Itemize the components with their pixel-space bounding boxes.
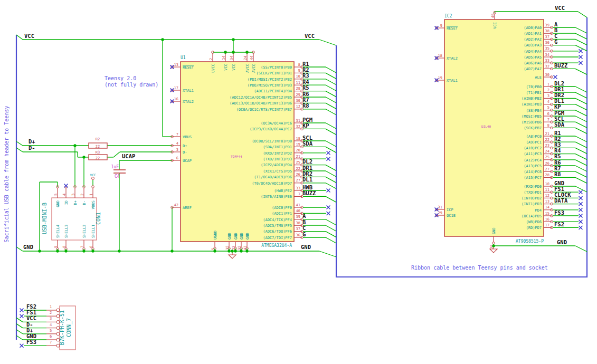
pin-name: (TXD)PD1: [524, 190, 542, 195]
pin-number: 28: [296, 87, 300, 91]
net-label: R8: [554, 171, 561, 177]
pin-name: (XCK1/CTS)PD5: [263, 169, 292, 174]
net-label: FS2: [26, 303, 36, 310]
pin-pad: [56, 344, 60, 347]
pin-number: 14: [222, 56, 226, 60]
net-label: HWB: [302, 184, 312, 190]
net-label-ucap[interactable]: UCAP: [122, 153, 135, 159]
junction-dot: [234, 250, 236, 252]
net-label-gnd-mid[interactable]: GND: [301, 244, 311, 250]
pin-number: 24: [545, 149, 549, 154]
r3-value[interactable]: 22: [96, 156, 100, 160]
schematic-canvas: VCC VCC VCC D+ D- UCAP GND GND VCC GND T…: [0, 0, 597, 364]
no-connect-icon: [579, 214, 583, 218]
pin-number: 22: [296, 167, 300, 171]
junction-dot: [492, 244, 495, 247]
pin-name: (AD1)PA1: [524, 32, 542, 36]
bus-entry: [575, 39, 587, 45]
junction-dot: [231, 250, 233, 252]
pin-number: 8: [547, 123, 549, 128]
pin-name: (A13)PC5: [524, 164, 542, 168]
ucap-net-wires[interactable]: [119, 160, 172, 251]
con1-value[interactable]: USB-MINI-B: [42, 203, 48, 234]
pin-number: 4: [62, 194, 67, 196]
net-label-vcc-mid[interactable]: VCC: [305, 33, 315, 39]
bus-entry: [575, 136, 587, 142]
no-connect-icon: [327, 206, 330, 209]
net-label-vcc-left[interactable]: VCC: [24, 33, 34, 39]
pin-name: (AD3)PA3: [524, 43, 542, 47]
net-label: FS1: [26, 309, 36, 315]
pin-number: 2: [50, 311, 52, 315]
pin-name: D-: [183, 150, 187, 155]
con1-reference[interactable]: CON1: [96, 212, 101, 225]
pin-name: (ICP3/CLKO/OC4A)PC7: [250, 127, 292, 131]
pin-name: D+: [183, 144, 187, 148]
dminus-net-wires[interactable]: [16, 148, 172, 187]
net-label: R5: [302, 84, 309, 91]
bus-entry: [326, 232, 336, 237]
capacitor-c4[interactable]: [113, 170, 126, 173]
pin-number: 36: [545, 41, 549, 45]
bus-entry: [575, 142, 587, 148]
bus-entry: [326, 79, 336, 85]
pin-number: 10: [545, 182, 549, 186]
net-label-gnd-ic2[interactable]: GND: [557, 239, 567, 245]
pin-name: (SDA/INT1)PD1: [263, 145, 292, 149]
pin-number: 31: [296, 119, 300, 123]
pin-name: (WR)PD6: [526, 220, 542, 224]
junction-dot: [240, 250, 242, 252]
pin-name: GND: [492, 227, 496, 234]
ic2-reference[interactable]: IC2: [444, 14, 452, 18]
r2-reference[interactable]: R2: [96, 137, 100, 141]
ic2-value[interactable]: AT90S8515-P: [516, 239, 544, 244]
conn7-value[interactable]: B7K-PH-K-S1: [59, 310, 65, 345]
pin-number: 34: [545, 53, 549, 57]
bus-entry: [16, 324, 23, 328]
pin-number: 11: [296, 81, 300, 85]
net-label: DL1: [554, 98, 564, 104]
c4-reference[interactable]: C4: [115, 174, 120, 179]
r2-value[interactable]: 22: [96, 145, 100, 149]
no-connect-icon: [579, 208, 583, 212]
pin-name: (INT0)PD2: [522, 196, 542, 200]
u1-value[interactable]: ATMEGA32U4-A: [261, 243, 292, 248]
pin-name: (ADC5/TMS)PF5: [263, 224, 292, 228]
net-label-vcc-ic2[interactable]: VCC: [555, 5, 565, 11]
junction-dot: [91, 250, 94, 252]
pin-name: (INT1)PD3: [522, 202, 542, 206]
pin-number: 35: [545, 46, 549, 51]
net-label: R3: [302, 72, 309, 79]
pin-name: (AIN0)PB2: [522, 97, 542, 101]
pin-number: 16: [174, 97, 178, 101]
conn7-reference[interactable]: CONN_7: [66, 318, 72, 337]
net-label-dplus[interactable]: D+: [29, 138, 35, 145]
junction-dot: [228, 250, 230, 252]
pin-number: 16: [545, 217, 549, 222]
pin-name: (ADC1)PF1: [272, 212, 292, 216]
pin-number: 27: [545, 167, 549, 171]
pin-name: OC1B: [447, 214, 456, 218]
net-label: A: [302, 213, 306, 219]
pin-number: 33: [545, 59, 549, 63]
pin-number: 1: [89, 194, 93, 196]
pin-name: (MOSI)PB5: [522, 114, 542, 119]
net-label: PGM: [302, 117, 312, 123]
net-label-gnd-left[interactable]: GND: [23, 244, 33, 250]
bus-entry: [575, 166, 587, 171]
pin-number: 7: [80, 246, 84, 248]
pin-number: 37: [545, 35, 549, 39]
u1-reference[interactable]: U1: [181, 55, 186, 60]
pin-name: D-: [82, 200, 87, 205]
r3-reference[interactable]: R3: [96, 150, 100, 155]
pin-number: 22: [545, 138, 549, 142]
pin-number: 34: [230, 56, 234, 60]
pin-name: (AD7)PA7: [524, 67, 542, 71]
c4-value[interactable]: 1uF: [111, 165, 119, 169]
net-label-dminus[interactable]: D-: [29, 145, 35, 151]
junction-dot: [64, 250, 67, 252]
bus-entry: [326, 141, 336, 147]
pin-name: (AD5)PA5: [524, 55, 542, 60]
pin-number: 21: [545, 132, 549, 136]
pin-number: 32: [545, 64, 549, 69]
